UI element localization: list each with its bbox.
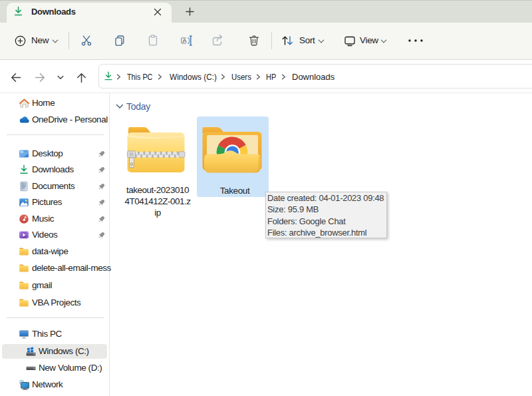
svg-text:A: A (183, 37, 187, 44)
